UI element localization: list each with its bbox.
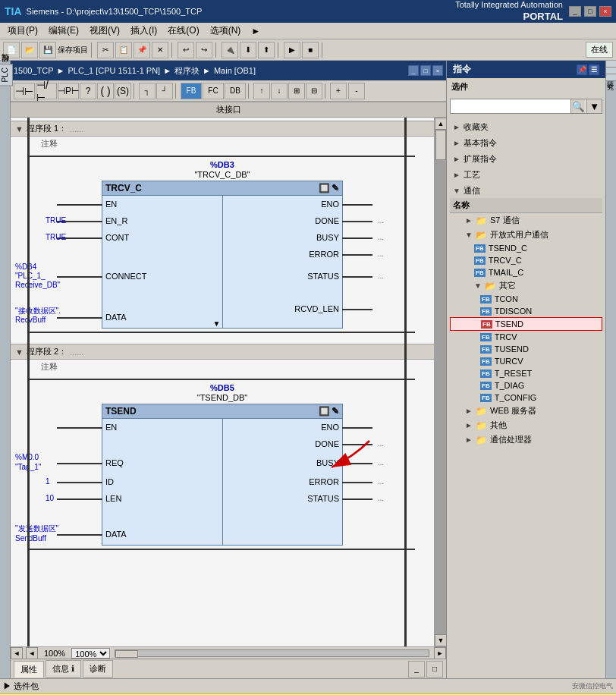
rp-trcv-c[interactable]: FB TRCV_C [450, 254, 602, 266]
rp-section-extended-header[interactable]: ► 扩展指令 [450, 152, 602, 166]
rp-section-technology-header[interactable]: ► 工艺 [450, 168, 602, 182]
seg1-data-dropdown[interactable]: ▼ [213, 319, 221, 328]
h-scroll-thumb[interactable] [115, 650, 138, 658]
segment-2-collapse-icon[interactable]: ▼ [15, 348, 24, 357]
db-btn[interactable]: DB [225, 83, 246, 99]
panel-maximize-btn[interactable]: □ [426, 661, 443, 678]
move-up-btn[interactable]: ↑ [253, 83, 270, 99]
tab-info[interactable]: 信息 ℹ [46, 660, 81, 678]
editor-close-btn[interactable]: × [432, 65, 443, 76]
rp-tsend-c[interactable]: FB TSEND_C [450, 242, 602, 254]
save-button[interactable]: 💾 [39, 42, 56, 58]
search-button[interactable]: 🔍 [570, 99, 586, 113]
go-online-button[interactable]: 🔌 [222, 42, 238, 58]
menu-online[interactable]: 在线(O) [163, 23, 203, 39]
scroll-down-btn[interactable]: ▼ [435, 634, 446, 646]
contact-normally-closed[interactable]: ⊣/⊢ [36, 83, 57, 99]
rp-trcv[interactable]: FB TRCV [450, 331, 602, 343]
window-controls[interactable]: _ □ × [569, 6, 611, 17]
rp-section-favorites-header[interactable]: ► 收藏夹 [450, 120, 602, 134]
seg2-fb-icon1[interactable]: 🔲 [319, 406, 330, 417]
seg2-fb-icon2[interactable]: ✎ [332, 406, 339, 417]
fb-call-btn[interactable]: FB [181, 83, 202, 99]
cut-button[interactable]: ✂ [97, 42, 114, 58]
rp-others-folder[interactable]: ▼ 📂 其它 [450, 278, 602, 293]
rp-section-basic-header[interactable]: ► 基本指令 [450, 136, 602, 150]
vertical-scrollbar[interactable]: ▲ ▼ [434, 118, 446, 646]
rp-comms-processor[interactable]: ► 📁 通信处理器 [450, 432, 602, 447]
new-button[interactable]: 📄 [3, 42, 20, 58]
rp-open-comms[interactable]: ▼ 📂 开放式用户通信 [450, 228, 602, 242]
download-button[interactable]: ⬇ [240, 42, 256, 58]
expand-all-btn[interactable]: ⊞ [288, 83, 305, 99]
copy-button[interactable]: 📋 [115, 42, 132, 58]
fc-call-btn[interactable]: FC [203, 83, 224, 99]
rp-t-reset[interactable]: FB T_RESET [450, 367, 602, 379]
left-tab-plc[interactable]: PLC编程 [0, 64, 13, 86]
menu-more[interactable]: ► [247, 24, 265, 38]
seg1-fb-icon2[interactable]: ✎ [332, 183, 339, 193]
tab-diagnostics[interactable]: 诊断 [83, 660, 113, 678]
paste-button[interactable]: 📌 [134, 42, 150, 58]
coil-set-button[interactable]: (S) [115, 83, 131, 99]
rp-section-comms-header[interactable]: ▼ 通信 [450, 184, 602, 198]
maximize-button[interactable]: □ [584, 6, 596, 17]
scroll-right-btn[interactable]: ► [434, 647, 446, 659]
h-scroll-track[interactable] [115, 649, 429, 657]
right-side-tab-lib[interactable]: 库 [606, 68, 616, 74]
upload-button[interactable]: ⬆ [258, 42, 275, 58]
contact-pos-edge[interactable]: ⊣P⊢ [58, 83, 79, 99]
tab-properties[interactable]: 属性 [14, 661, 44, 678]
menu-view[interactable]: 视图(V) [85, 23, 124, 39]
rp-s7-comms[interactable]: ► 📁 S7 通信 [450, 213, 602, 228]
editor-tab-controls[interactable]: _ □ × [408, 65, 443, 76]
collapse-all-btn[interactable]: ⊟ [306, 83, 322, 99]
zoom-in-btn[interactable]: + [330, 83, 347, 99]
open-button[interactable]: 📂 [21, 42, 38, 58]
stop-button[interactable]: ■ [302, 42, 319, 58]
rp-t-config[interactable]: FB T_CONFIG [450, 392, 602, 404]
scroll-thumb[interactable] [435, 130, 446, 160]
menu-insert[interactable]: 插入(I) [126, 23, 162, 39]
delete-button[interactable]: ✕ [152, 42, 168, 58]
contact-normally-open[interactable]: ⊣⊢ [14, 83, 35, 99]
horizontal-scrollbar[interactable]: ◄ ◄ 100% 100% 75% 150% ► [11, 646, 446, 659]
question-mark-button[interactable]: ? [80, 83, 96, 99]
zoom-out-btn[interactable]: - [348, 83, 365, 99]
rp-tcon[interactable]: FB TCON [450, 293, 602, 305]
seg1-fb-icon1[interactable]: 🔲 [319, 183, 330, 193]
scroll-expand-btn[interactable]: ◄ [26, 647, 38, 659]
scroll-track[interactable] [435, 130, 446, 634]
rp-pin-btn[interactable]: 📌 [577, 64, 587, 75]
rp-t-diag[interactable]: FB T_DIAG [450, 379, 602, 392]
rp-tsend[interactable]: FB TSEND [450, 317, 602, 331]
zoom-select[interactable]: 100% 75% 150% [71, 648, 110, 659]
redo-button[interactable]: ↪ [196, 42, 212, 58]
search-box[interactable]: 🔍 ▼ [450, 99, 602, 114]
coil-button[interactable]: ( ) [97, 83, 114, 99]
close-button[interactable]: × [599, 6, 611, 17]
run-button[interactable]: ▶ [284, 42, 300, 58]
rp-tdiscon[interactable]: FB TDISCON [450, 305, 602, 317]
editor-minimize-btn[interactable]: _ [408, 65, 419, 76]
menu-project[interactable]: 项目(P) [3, 23, 42, 39]
rp-menu-btn[interactable]: ☰ [589, 64, 599, 75]
open-branch[interactable]: ┐ [139, 83, 156, 99]
right-side-tab-tasks[interactable]: 任务 [606, 61, 616, 68]
undo-button[interactable]: ↩ [178, 42, 194, 58]
rp-other[interactable]: ► 📁 其他 [450, 418, 602, 432]
rp-tusend[interactable]: FB TUSEND [450, 343, 602, 355]
search-options-btn[interactable]: ▼ [586, 99, 602, 113]
segment-1-collapse-icon[interactable]: ▼ [15, 124, 24, 134]
editor-maximize-btn[interactable]: □ [420, 65, 431, 76]
close-branch[interactable]: ┘ [156, 83, 173, 99]
rp-turcv[interactable]: FB TURCV [450, 355, 602, 367]
search-input[interactable] [451, 102, 570, 111]
scroll-up-btn[interactable]: ▲ [435, 118, 446, 130]
rp-web-server[interactable]: ► 📁 WEB 服务器 [450, 404, 602, 418]
move-down-btn[interactable]: ↓ [271, 83, 288, 99]
scroll-left-btn[interactable]: ◄ [11, 647, 23, 659]
rp-tmail-c[interactable]: FB TMAIL_C [450, 266, 602, 278]
panel-minimize-btn[interactable]: _ [408, 661, 425, 678]
online-button[interactable]: 在线 [586, 42, 613, 58]
